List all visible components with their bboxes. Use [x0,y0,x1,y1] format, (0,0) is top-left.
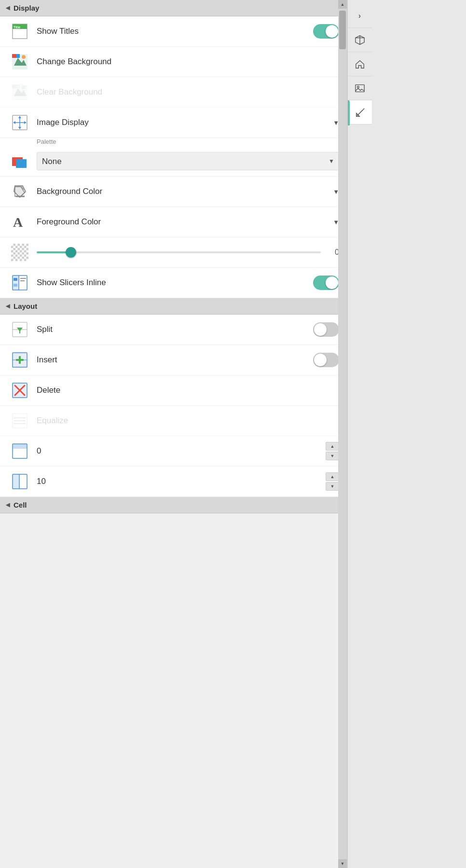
split-row: Split [0,315,347,345]
svg-text:A: A [13,215,23,230]
equalize-row[interactable]: Equalize [0,406,347,436]
foreground-color-row[interactable]: A Foreground Color ▼ [0,207,347,237]
spinner1-down-btn[interactable]: ▼ [326,452,339,460]
spinner2-up-btn[interactable]: ▲ [326,472,339,481]
foreground-color-label-wrapper: Foreground Color ▼ [37,217,339,227]
cell-section-header[interactable]: ◀ Cell [0,497,347,513]
svg-rect-27 [14,278,17,281]
home-btn[interactable] [348,52,372,76]
scrollbar-up-arrow[interactable]: ▲ [338,0,347,9]
svg-rect-49 [13,474,19,489]
main-container: ◀ Display Title Show Titles [0,0,466,868]
opacity-slider-row: 0 [0,237,347,268]
svg-point-54 [357,86,359,88]
show-titles-icon: Title [10,21,30,41]
spinner2-row: 10 ▲ ▼ [0,467,347,497]
chevron-right-btn[interactable]: › [348,4,372,28]
palette-dropdown-wrapper[interactable]: None ▼ [37,152,339,170]
scrollbar-down-arrow[interactable]: ▼ [338,859,347,868]
split-icon [10,319,30,340]
active-indicator [348,101,350,125]
palette-select[interactable]: None [37,152,339,170]
opacity-slider-thumb[interactable] [66,247,76,258]
insert-toggle[interactable] [313,353,339,367]
svg-line-59 [362,110,363,111]
svg-rect-30 [14,284,17,287]
cube-btn[interactable] [348,28,372,52]
insert-knob [314,354,327,366]
show-slicers-icon [10,273,30,293]
scrollbar-track: ▲ ▼ [338,0,347,868]
split-label: Split [37,325,306,334]
layout-section-content: Split Insert [0,315,347,497]
svg-text:Title: Title [14,26,20,29]
opacity-icon [10,242,30,262]
show-titles-label: Show Titles [37,27,306,36]
display-section-header[interactable]: ◀ Display [0,0,347,16]
show-slicers-label: Show Slicers Inline [37,278,306,288]
svg-point-5 [22,55,26,59]
spinner2-down-btn[interactable]: ▼ [326,482,339,491]
foreground-color-icon: A [10,212,30,232]
svg-rect-38 [16,359,24,361]
opacity-slider-value: 0 [328,248,339,257]
svg-rect-6 [12,54,16,58]
svg-line-58 [360,111,361,112]
show-slicers-row: Show Slicers Inline [0,268,347,298]
show-titles-toggle[interactable] [313,24,339,39]
show-slicers-knob [326,276,338,289]
background-color-row[interactable]: Background Color ▼ [0,177,347,207]
equalize-icon [10,411,30,431]
insert-label: Insert [37,355,306,365]
svg-rect-25 [13,276,19,290]
svg-rect-47 [13,444,27,449]
delete-row[interactable]: Delete [0,375,347,406]
image-display-icon [10,112,30,133]
image-display-label: Image Display [37,118,333,127]
spinner1-value: 0 [37,446,319,456]
image-btn[interactable] [348,76,372,100]
split-toggle[interactable] [313,322,339,337]
layout-section-header[interactable]: ◀ Layout [0,298,347,315]
svg-rect-12 [16,84,20,88]
cell-section-title: Cell [14,501,27,509]
delete-icon [10,380,30,400]
svg-point-10 [22,85,26,89]
display-section-content: Title Show Titles [0,16,347,298]
spinner1-icon [10,441,30,461]
background-color-label-wrapper: Background Color ▼ [37,187,339,196]
svg-rect-11 [12,84,16,88]
layout-section-title: Layout [14,302,37,310]
left-panel: ◀ Display Title Show Titles [0,0,347,868]
cell-collapse-arrow: ◀ [6,502,10,508]
clear-background-row[interactable]: Clear Background [0,77,347,108]
background-color-icon [10,181,30,202]
split-knob [314,323,327,336]
image-display-label-wrapper: Image Display ▼ [37,118,339,127]
display-collapse-arrow: ◀ [6,5,10,11]
spinner1-up-btn[interactable]: ▲ [326,442,339,451]
clear-background-label: Clear Background [37,87,339,97]
change-background-label: Change Background [37,57,339,67]
spinner2-value: 10 [37,477,319,486]
svg-rect-53 [355,84,364,92]
insert-row: Insert [0,345,347,375]
display-section-title: Display [14,4,39,12]
background-color-label: Background Color [37,187,333,196]
opacity-slider-track[interactable] [37,251,321,253]
clear-background-icon [10,82,30,102]
change-background-row[interactable]: Change Background [0,47,347,77]
scrollbar-thumb[interactable] [339,11,346,49]
show-titles-knob [326,25,338,38]
spinner2-icon [10,471,30,492]
svg-rect-7 [16,54,20,58]
svg-line-57 [359,112,360,113]
change-background-icon [10,52,30,72]
equalize-label: Equalize [37,416,339,426]
svg-rect-29 [20,280,25,281]
delete-label: Delete [37,386,339,395]
image-display-row[interactable]: Image Display ▼ [0,108,347,138]
show-slicers-toggle[interactable] [313,276,339,290]
palette-icon [10,151,30,171]
measure-btn[interactable] [348,100,372,124]
